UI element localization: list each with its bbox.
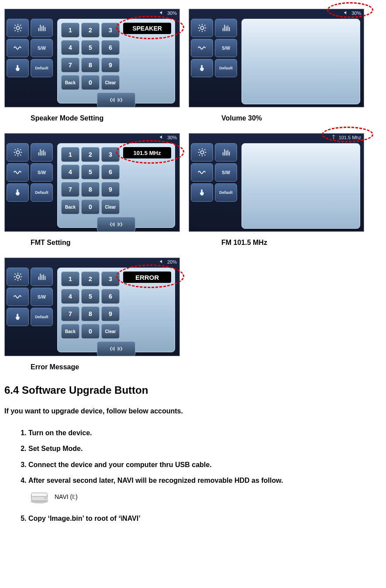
display-box: SPEAKER — [123, 23, 171, 34]
screenshot-fmt-status: 101.5 Mhz S/W Default — [189, 133, 364, 232]
sw-button[interactable]: S/W — [31, 39, 53, 57]
key-6[interactable]: 6 — [101, 165, 120, 179]
drive-item: NAVI (I:) — [28, 489, 78, 505]
default-button[interactable]: Default — [215, 183, 237, 202]
equalizer-button[interactable] — [215, 19, 237, 37]
touch-button[interactable] — [191, 59, 213, 77]
step-1: Turn on the device. — [28, 428, 382, 438]
key-back[interactable]: Back — [61, 199, 79, 214]
status-percent: 30% — [352, 10, 361, 16]
svg-point-3 — [200, 151, 203, 154]
equalizer-button[interactable] — [31, 143, 53, 162]
key-1[interactable]: 1 — [61, 147, 79, 162]
sidebar: S/W Default — [7, 19, 53, 77]
speaker-icon — [159, 259, 165, 265]
key-6[interactable]: 6 — [101, 289, 120, 304]
equalizer-button[interactable] — [31, 19, 53, 37]
wave-button[interactable] — [7, 288, 29, 306]
key-0[interactable]: 0 — [81, 324, 100, 339]
display-box: 101.5 MHz — [123, 147, 171, 158]
screenshot-fmt: 30% S/W Default 1 2 3 4 5 6 — [4, 133, 180, 232]
caption-fmt: FMT Setting — [4, 235, 191, 247]
default-button[interactable]: Default — [215, 59, 237, 77]
step-4: After several second later, NAVI will be… — [28, 476, 382, 508]
key-6[interactable]: 6 — [101, 40, 120, 55]
touch-button[interactable] — [7, 183, 29, 202]
sw-button[interactable]: S/W — [215, 163, 237, 182]
caption-row-2: FMT Setting FM 101.5 MHz — [4, 235, 382, 247]
key-2[interactable]: 2 — [81, 147, 100, 162]
sw-button[interactable]: S/W — [215, 39, 237, 57]
key-1[interactable]: 1 — [61, 272, 79, 286]
caption-row-3: Error Message — [4, 360, 382, 371]
svg-rect-7 — [31, 493, 48, 496]
key-8[interactable]: 8 — [81, 306, 100, 321]
status-bar: 101.5 Mhz — [331, 134, 361, 141]
sw-button[interactable]: S/W — [31, 288, 53, 306]
key-9[interactable]: 9 — [101, 58, 120, 72]
antenna-icon — [331, 134, 336, 141]
key-1[interactable]: 1 — [61, 23, 79, 38]
key-5[interactable]: 5 — [81, 289, 100, 304]
key-clear[interactable]: Clear — [101, 75, 120, 90]
document-page: 30% S/W Default 1 2 3 4 5 6 — [0, 0, 386, 538]
sw-button[interactable]: S/W — [31, 163, 53, 182]
key-7[interactable]: 7 — [61, 58, 79, 72]
brightness-button[interactable] — [191, 19, 213, 37]
key-7[interactable]: 7 — [61, 306, 79, 321]
key-2[interactable]: 2 — [81, 23, 100, 38]
status-percent: 30% — [167, 135, 177, 140]
key-back[interactable]: Back — [61, 75, 79, 90]
equalizer-button[interactable] — [31, 268, 53, 286]
key-4[interactable]: 4 — [61, 289, 79, 304]
screenshot-row-2: 30% S/W Default 1 2 3 4 5 6 — [4, 133, 382, 232]
key-8[interactable]: 8 — [81, 58, 100, 72]
audio-button[interactable] — [97, 217, 135, 232]
keypad-panel: 1 2 3 4 5 6 7 8 9 Back 0 Clear ERROR — [57, 268, 175, 352]
wave-button[interactable] — [191, 163, 213, 182]
key-9[interactable]: 9 — [101, 182, 120, 197]
key-7[interactable]: 7 — [61, 182, 79, 197]
sidebar: S/W Default — [191, 19, 237, 77]
wave-button[interactable] — [191, 39, 213, 57]
default-button[interactable]: Default — [31, 59, 53, 77]
audio-button[interactable] — [97, 93, 135, 107]
speaker-icon — [344, 10, 349, 16]
key-0[interactable]: 0 — [81, 199, 100, 214]
screenshot-row-3: 20% S/W Default 1 2 3 4 5 6 — [4, 258, 382, 356]
brightness-button[interactable] — [191, 143, 213, 162]
key-back[interactable]: Back — [61, 324, 79, 339]
touch-button[interactable] — [7, 308, 29, 326]
status-percent: 20% — [167, 259, 177, 265]
key-2[interactable]: 2 — [81, 272, 100, 286]
touch-button[interactable] — [191, 183, 213, 202]
key-3[interactable]: 3 — [101, 272, 120, 286]
key-5[interactable]: 5 — [81, 165, 100, 179]
touch-button[interactable] — [7, 59, 29, 77]
brightness-button[interactable] — [7, 19, 29, 37]
status-bar: 30% — [159, 134, 177, 141]
key-clear[interactable]: Clear — [101, 324, 120, 339]
brightness-button[interactable] — [7, 143, 29, 162]
default-button[interactable]: Default — [31, 308, 53, 326]
key-0[interactable]: 0 — [81, 75, 100, 90]
display-box: ERROR — [123, 272, 171, 283]
key-5[interactable]: 5 — [81, 40, 100, 55]
wave-button[interactable] — [7, 163, 29, 182]
key-9[interactable]: 9 — [101, 306, 120, 321]
audio-button[interactable] — [97, 341, 135, 356]
sidebar: S/W Default — [7, 143, 53, 202]
brightness-button[interactable] — [7, 268, 29, 286]
step-5: Copy ‘Image.bin’ to root of ‘\NAVI’ — [28, 514, 382, 523]
key-4[interactable]: 4 — [61, 165, 79, 179]
key-3[interactable]: 3 — [101, 23, 120, 38]
default-button[interactable]: Default — [31, 183, 53, 202]
wave-button[interactable] — [7, 39, 29, 57]
key-4[interactable]: 4 — [61, 40, 79, 55]
key-clear[interactable]: Clear — [101, 199, 120, 214]
status-bar: 30% — [159, 10, 177, 16]
key-3[interactable]: 3 — [101, 147, 120, 162]
equalizer-button[interactable] — [215, 143, 237, 162]
drive-label: NAVI (I:) — [55, 493, 78, 502]
key-8[interactable]: 8 — [81, 182, 100, 197]
